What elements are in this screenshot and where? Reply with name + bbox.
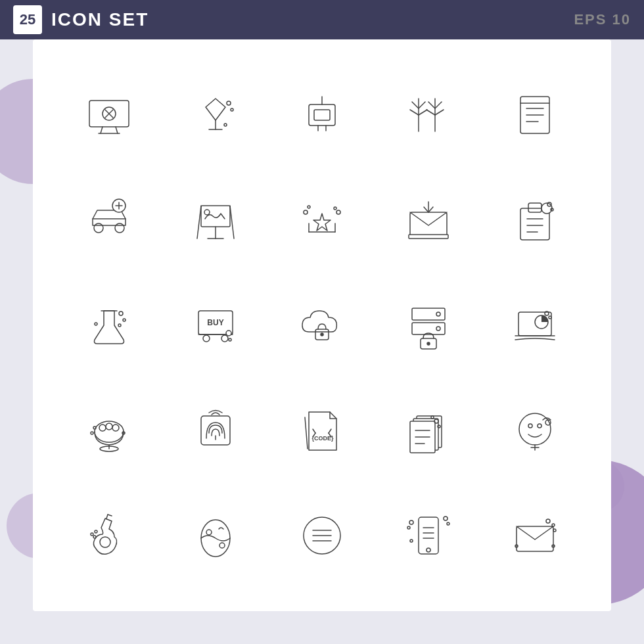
svg-point-92 — [93, 426, 96, 429]
svg-point-91 — [112, 425, 119, 431]
svg-point-85 — [549, 316, 551, 319]
svg-point-11 — [231, 108, 233, 111]
svg-point-46 — [304, 210, 308, 214]
fruit-bowl-icon — [59, 381, 159, 480]
mind-face-icon — [485, 381, 585, 480]
email-download-icon — [379, 171, 478, 269]
fingerprint-box-icon — [166, 381, 265, 480]
svg-point-110 — [438, 425, 440, 428]
svg-rect-39 — [201, 206, 230, 227]
svg-point-74 — [321, 333, 323, 336]
laptop-chart-icon — [485, 276, 585, 375]
svg-point-49 — [334, 207, 336, 210]
svg-line-22 — [419, 110, 427, 115]
header-badge: 25 — [13, 5, 42, 34]
plant-branches-icon — [379, 66, 478, 164]
svg-point-68 — [203, 335, 210, 342]
svg-point-44 — [204, 210, 210, 215]
svg-point-122 — [91, 533, 93, 536]
code-file-icon: {CODE} — [272, 381, 372, 480]
svg-line-20 — [410, 110, 419, 115]
svg-point-65 — [95, 323, 97, 325]
svg-point-62 — [119, 311, 123, 315]
svg-point-58 — [541, 203, 552, 214]
svg-point-71 — [226, 331, 231, 336]
svg-point-48 — [308, 206, 310, 208]
svg-line-42 — [197, 206, 201, 239]
svg-point-140 — [410, 540, 413, 542]
svg-point-90 — [106, 423, 112, 430]
stars-banner-icon — [272, 171, 372, 269]
svg-point-72 — [229, 338, 231, 341]
svg-point-10 — [227, 101, 231, 105]
svg-line-1 — [101, 127, 103, 133]
svg-point-142 — [546, 519, 550, 523]
svg-point-12 — [224, 124, 227, 126]
svg-rect-52 — [409, 235, 448, 239]
header: 25 ICON SET EPS 10 — [0, 0, 644, 39]
svg-line-101 — [329, 429, 331, 433]
svg-rect-15 — [314, 110, 330, 120]
header-title: ICON SET — [51, 9, 149, 30]
main-card: BUY — [33, 39, 611, 611]
canvas-easel-icon — [166, 171, 265, 269]
svg-line-19 — [412, 102, 419, 108]
svg-point-114 — [538, 424, 541, 428]
svg-point-132 — [426, 548, 430, 552]
header-eps: EPS 10 — [574, 11, 631, 28]
car-add-icon — [59, 171, 159, 269]
server-lock-icon — [379, 276, 478, 375]
svg-point-126 — [219, 543, 225, 548]
svg-marker-7 — [206, 99, 225, 120]
clipboard-list-icon — [485, 171, 585, 269]
svg-line-43 — [230, 206, 234, 239]
monitor-x-icon — [59, 66, 159, 164]
diamond-stand-icon — [166, 66, 265, 164]
svg-point-113 — [528, 424, 532, 428]
svg-rect-14 — [309, 104, 335, 126]
svg-point-69 — [221, 335, 228, 342]
guitar-icon — [59, 486, 159, 585]
svg-line-120 — [108, 515, 112, 516]
svg-rect-54 — [528, 203, 541, 212]
svg-point-64 — [118, 324, 121, 327]
svg-line-24 — [428, 102, 435, 108]
header-left: 25 ICON SET — [13, 5, 149, 34]
email-dots-icon — [485, 486, 585, 585]
svg-point-136 — [409, 520, 413, 524]
svg-point-111 — [431, 416, 434, 419]
menu-circle-icon — [272, 486, 372, 585]
svg-point-63 — [123, 319, 126, 321]
buy-cart-icon: BUY — [166, 276, 265, 375]
svg-line-2 — [116, 127, 118, 133]
svg-point-139 — [447, 522, 449, 525]
mobile-checklist-icon — [379, 486, 478, 585]
shop-sign-icon — [272, 66, 372, 164]
easter-egg-icon — [166, 486, 265, 585]
svg-point-33 — [94, 223, 103, 233]
svg-line-26 — [435, 102, 442, 108]
svg-point-138 — [444, 517, 448, 520]
svg-point-89 — [99, 425, 106, 431]
chemistry-flask-icon — [59, 276, 159, 375]
svg-point-77 — [436, 312, 440, 316]
svg-line-97 — [305, 417, 308, 449]
icon-grid: BUY — [59, 66, 585, 585]
svg-point-137 — [407, 526, 410, 529]
svg-rect-95 — [201, 416, 230, 445]
svg-point-34 — [115, 223, 124, 233]
svg-line-119 — [106, 515, 108, 518]
svg-line-99 — [313, 429, 315, 433]
svg-line-25 — [426, 110, 435, 115]
svg-text:BUY: BUY — [207, 318, 223, 327]
svg-point-86 — [95, 421, 124, 442]
notebook-icon — [485, 66, 585, 164]
svg-point-47 — [336, 210, 340, 214]
svg-point-80 — [427, 342, 430, 345]
documents-stack-icon — [379, 381, 478, 480]
svg-point-123 — [95, 530, 97, 533]
svg-point-118 — [100, 537, 110, 547]
svg-point-144 — [553, 529, 556, 532]
cloud-lock-icon — [272, 276, 372, 375]
svg-line-27 — [435, 110, 444, 115]
